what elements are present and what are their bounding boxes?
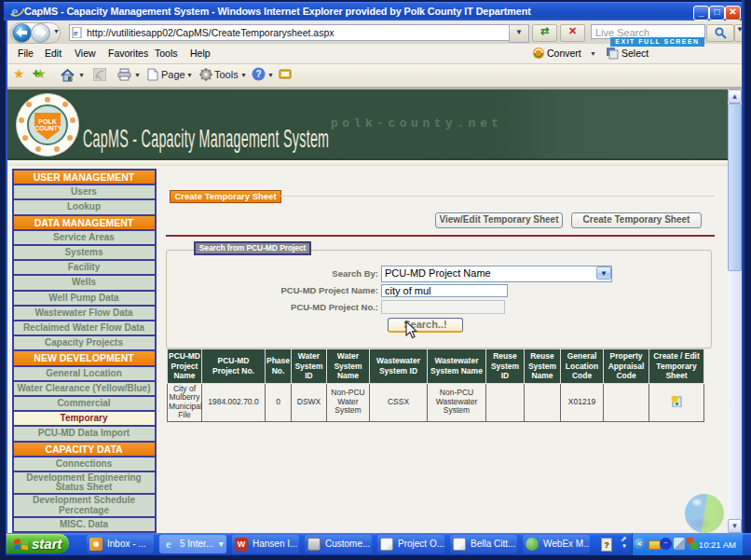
- svg-text:e: e: [74, 29, 78, 37]
- svg-text:?: ?: [256, 69, 262, 79]
- svg-text:e: e: [11, 5, 18, 19]
